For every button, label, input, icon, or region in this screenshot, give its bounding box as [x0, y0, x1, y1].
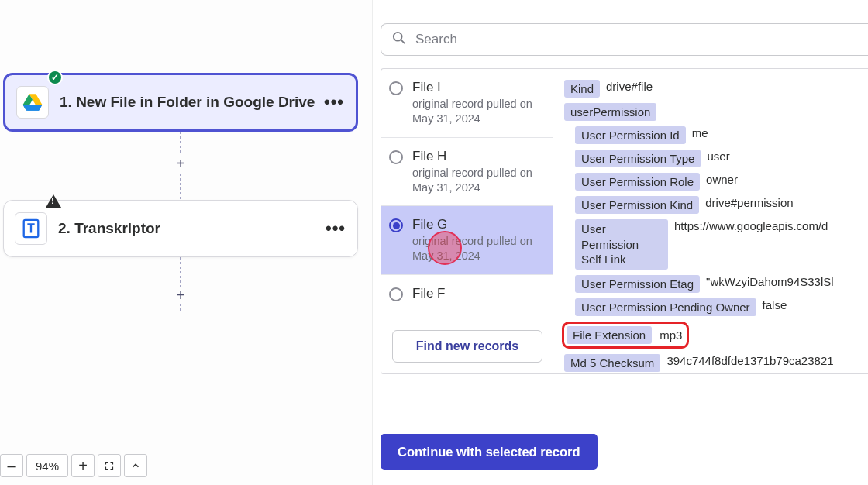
field-value: drive#permission	[705, 196, 793, 209]
field-value: user	[707, 150, 729, 163]
step-title: 2. Transkriptor	[58, 219, 322, 238]
field-key: User Permission Pending Owner	[575, 298, 756, 316]
file-extension-highlight: File Extensionmp3	[564, 322, 868, 349]
svg-point-1	[394, 32, 402, 40]
zoom-in-button[interactable]: +	[71, 454, 95, 477]
search-placeholder: Search	[415, 32, 457, 47]
zoom-level[interactable]: 94%	[26, 454, 68, 477]
step-title: 1. New File in Folder in Google Drive	[60, 93, 320, 112]
radio-icon[interactable]	[389, 81, 403, 95]
record-name: File H	[412, 149, 532, 164]
radio-icon[interactable]	[389, 287, 403, 301]
record-item-selected[interactable]: File G original record pulled onMay 31, …	[381, 206, 553, 275]
field-key: User Permission Role	[575, 173, 700, 191]
field-key: Md 5 Checksum	[564, 354, 660, 372]
zoom-collapse-button[interactable]	[124, 454, 147, 477]
field-key: User Permission Self Link	[575, 219, 668, 270]
record-name: File I	[412, 80, 532, 95]
warning-icon	[46, 193, 61, 208]
field-key: User Permission Etag	[575, 275, 700, 293]
field-value: owner	[706, 173, 738, 186]
field-key: User Permission Id	[575, 126, 686, 144]
record-item[interactable]: File I original record pulled onMay 31, …	[381, 69, 553, 138]
step-card-transkriptor[interactable]: 2. Transkriptor •••	[3, 200, 358, 257]
workflow-canvas: + + ✓ 1. New File in Folder in Google Dr…	[0, 0, 372, 485]
field-value: drive#file	[606, 80, 653, 93]
field-key: User Permission Kind	[575, 196, 699, 214]
transkriptor-icon	[15, 212, 47, 245]
record-item[interactable]: File F	[381, 275, 553, 314]
find-new-records-button[interactable]: Find new records	[392, 330, 542, 363]
record-subtext: original record pulled onMay 31, 2024	[412, 97, 532, 126]
results-area: File I original record pulled onMay 31, …	[381, 68, 868, 374]
field-key: File Extension	[567, 326, 652, 344]
record-name: File F	[412, 286, 446, 301]
field-key: Kind	[564, 80, 600, 98]
field-value: 394c744f8dfde1371b79ca23821	[666, 354, 833, 367]
step-card-google-drive[interactable]: ✓ 1. New File in Folder in Google Drive …	[3, 73, 358, 132]
field-key: User Permission Type	[575, 150, 701, 167]
field-value: false	[763, 298, 787, 311]
record-name: File G	[412, 217, 532, 232]
search-input[interactable]: Search	[381, 23, 868, 56]
record-subtext: original record pulled onMay 31, 2024	[412, 234, 532, 263]
add-step-button[interactable]: +	[172, 287, 189, 304]
continue-button[interactable]: Continue with selected record	[381, 434, 598, 470]
record-list: File I original record pulled onMay 31, …	[381, 69, 553, 373]
radio-icon[interactable]	[389, 150, 403, 164]
record-item[interactable]: File H original record pulled onMay 31, …	[381, 138, 553, 207]
step-menu-button[interactable]: •••	[322, 215, 350, 242]
search-icon	[392, 31, 406, 49]
zoom-fit-button[interactable]	[98, 454, 121, 477]
add-step-button[interactable]: +	[172, 155, 189, 172]
record-detail: Kinddrive#file userPermission User Permi…	[553, 69, 868, 373]
record-subtext: original record pulled onMay 31, 2024	[412, 166, 532, 195]
check-icon: ✓	[47, 70, 63, 85]
field-value: "wkWzyiDahom94S33lSl	[706, 275, 834, 288]
zoom-out-button[interactable]: –	[0, 454, 23, 477]
step-menu-button[interactable]: •••	[320, 88, 348, 116]
google-drive-icon	[16, 86, 49, 119]
zoom-controls: – 94% +	[0, 454, 147, 477]
field-value: https://www.googleapis.com/d	[674, 219, 828, 232]
field-value: mp3	[660, 328, 682, 342]
radio-icon[interactable]	[389, 218, 403, 232]
field-key: userPermission	[564, 103, 656, 121]
field-value: me	[692, 126, 708, 139]
record-panel: Search File I original record pulled onM…	[372, 0, 868, 485]
